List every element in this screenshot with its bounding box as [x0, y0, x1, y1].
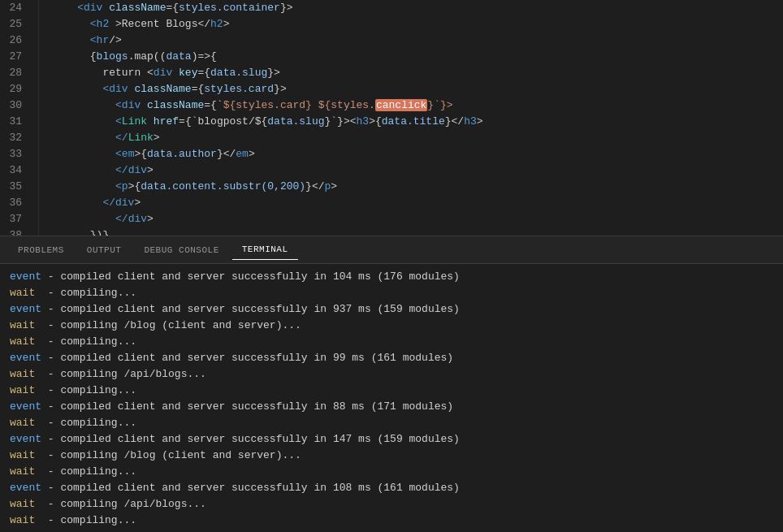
line-number: 33: [0, 146, 28, 162]
code-line: <div className={styles.card}>: [52, 81, 783, 97]
line-number: 35: [0, 179, 28, 195]
panel-tabs: PROBLEMSOUTPUTDEBUG CONSOLETERMINAL: [0, 236, 783, 264]
line-number: 30: [0, 97, 28, 114]
terminal-line: wait - compiling...: [10, 415, 773, 431]
code-content: <div className={styles.container}> <h2 >…: [39, 0, 783, 236]
code-line: <em>{data.author}</em>: [52, 146, 783, 162]
terminal-line: wait - compiling...: [10, 464, 773, 480]
panel-tab-output[interactable]: OUTPUT: [77, 240, 132, 260]
code-line: <p>{data.content.substr(0,200)}</p>: [52, 179, 783, 195]
terminal-line: event - compiled client and server succe…: [10, 350, 773, 366]
terminal-line: wait - compiling /blog (client and serve…: [10, 318, 773, 334]
terminal-line: event - compiled client and server succe…: [10, 480, 773, 496]
terminal-line: wait - compiling...: [10, 383, 773, 399]
line-number: 28: [0, 65, 28, 81]
code-line: <hr/>: [52, 32, 783, 49]
line-number: 38: [0, 227, 28, 236]
terminal-line: event - compiled client and server succe…: [10, 301, 773, 318]
panel-tab-terminal[interactable]: TERMINAL: [232, 240, 298, 260]
code-line: <Link href={`blogpost/${data.slug}`}><h3…: [52, 114, 783, 130]
line-number: 29: [0, 81, 28, 97]
line-number: 31: [0, 114, 28, 130]
terminal-line: wait - compiling /api/blogs...: [10, 366, 773, 383]
panel-tab-debug-console[interactable]: DEBUG CONSOLE: [134, 240, 228, 260]
editor-area: 242526272829303132333435363738 <div clas…: [0, 0, 783, 236]
line-number: 37: [0, 211, 28, 227]
code-line: })}: [52, 227, 783, 236]
code-line: </div>: [52, 162, 783, 179]
terminal-line: wait - compiling...: [10, 513, 773, 529]
line-number: 32: [0, 130, 28, 146]
line-number: 34: [0, 162, 28, 179]
code-line: return <div key={data.slug}>: [52, 65, 783, 81]
line-number: 27: [0, 49, 28, 65]
terminal-line: event - compiled client and server succe…: [10, 529, 773, 532]
line-number: 36: [0, 195, 28, 211]
code-line: </div>: [52, 211, 783, 227]
code-line: {blogs.map((data)=>{: [52, 49, 783, 65]
terminal-line: wait - compiling /blog (client and serve…: [10, 448, 773, 464]
line-numbers: 242526272829303132333435363738: [0, 0, 39, 236]
panel-tab-problems[interactable]: PROBLEMS: [8, 240, 74, 260]
terminal-line: wait - compiling...: [10, 285, 773, 301]
line-number: 26: [0, 32, 28, 49]
terminal-line: event - compiled client and server succe…: [10, 399, 773, 415]
terminal-line: wait - compiling /api/blogs...: [10, 496, 773, 513]
terminal-line: event - compiled client and server succe…: [10, 269, 773, 285]
line-number: 25: [0, 16, 28, 32]
terminal-line: event - compiled client and server succe…: [10, 431, 773, 448]
code-line: </div>: [52, 195, 783, 211]
line-number: 24: [0, 0, 28, 16]
code-line: <div className={`${styles.card} ${styles…: [52, 97, 783, 114]
code-line: </Link>: [52, 130, 783, 146]
code-line: <h2 >Recent Blogs</h2>: [52, 16, 783, 32]
terminal-line: wait - compiling...: [10, 334, 773, 350]
code-line: <div className={styles.container}>: [52, 0, 783, 16]
terminal-area[interactable]: event - compiled client and server succe…: [0, 264, 783, 532]
highlighted-token: canclick: [375, 99, 427, 111]
